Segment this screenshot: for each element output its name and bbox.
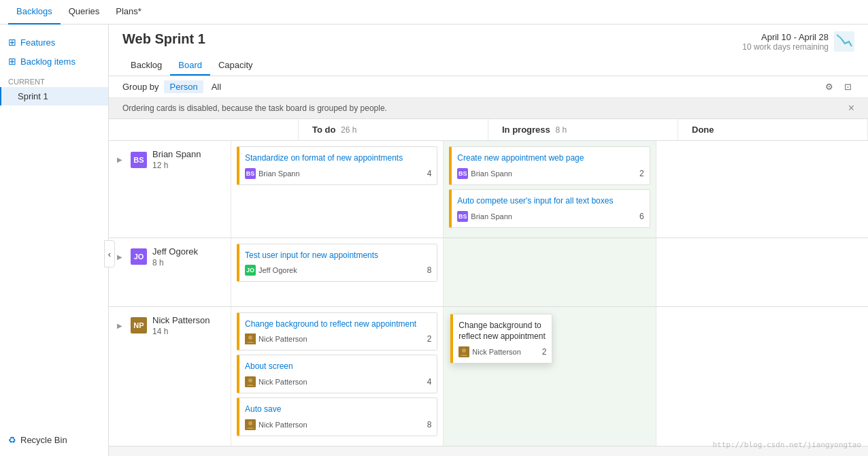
- toolbar: Group by Person All ⚙ ⊡: [109, 76, 868, 98]
- col-inprogress-jeff: [444, 238, 656, 306]
- col-inprogress-label: In progress: [502, 125, 550, 135]
- dragging-card-points: 2: [542, 347, 547, 357]
- person-name-nick: Nick Patterson: [152, 315, 210, 325]
- person-hours-brian: 12 h: [152, 161, 201, 170]
- expand-brian-icon[interactable]: ▶: [117, 156, 122, 163]
- card-standardize-avatar: BS: [245, 168, 256, 179]
- swimlane-jeff: ▶ JO Jeff Ogorek 8 h Test user input for…: [109, 238, 868, 307]
- card-change-bg-user: Nick Patterson: [245, 333, 307, 344]
- columns-header: To do 26 h In progress 8 h Done: [109, 119, 868, 141]
- card-create-appointment-title: Create new appointment web page: [457, 152, 644, 164]
- card-autocomplete[interactable]: Auto compete user's input for all text b…: [449, 189, 650, 228]
- card-test-user-input[interactable]: Test user input for new appointments JO …: [237, 244, 437, 282]
- tab-backlog[interactable]: Backlog: [122, 56, 170, 76]
- swimlane-nick: ▶ NP Nick Patterson 14 h Change backgrou…: [109, 307, 868, 446]
- col-todo-label: To do: [312, 125, 335, 135]
- svg-point-6: [248, 421, 252, 425]
- date-info: April 10 - April 28 10 work days remaini…: [742, 31, 854, 52]
- expand-icon[interactable]: ⊡: [841, 80, 854, 93]
- sidebar-current-label: Current: [0, 74, 108, 87]
- card-about-screen-user: Nick Patterson: [245, 376, 307, 387]
- col-todo-jeff: Test user input for new appointments JO …: [231, 238, 444, 306]
- sidebar-collapse[interactable]: ‹: [104, 240, 115, 267]
- settings-icon[interactable]: ⚙: [822, 80, 836, 93]
- card-change-background[interactable]: Change background to reflect new appoint…: [237, 312, 437, 351]
- card-create-appointment[interactable]: Create new appointment web page BS Brian…: [449, 146, 650, 185]
- dragging-card-username: Nick Patterson: [472, 348, 521, 356]
- col-header-todo: To do 26 h: [299, 119, 488, 140]
- col-inprogress-nick: Change background to reflect new appoint…: [444, 307, 656, 446]
- card-autocomplete-points: 6: [639, 212, 644, 221]
- swimlane-brian: ▶ BS Brian Spann 12 h Standardize on for…: [109, 141, 868, 238]
- avatar-jeff: JO: [131, 248, 147, 265]
- top-nav: Backlogs Queries Plans*: [0, 0, 868, 25]
- person-name-jeff: Jeff Ogorek: [152, 246, 198, 257]
- col-done-nick: [656, 307, 868, 446]
- card-nick-points-3: 8: [427, 420, 432, 429]
- card-autocomplete-avatar: BS: [457, 211, 468, 222]
- avatar-nick: NP: [131, 317, 147, 333]
- burndown-chart-icon[interactable]: [834, 31, 854, 52]
- tab-capacity[interactable]: Capacity: [210, 56, 261, 76]
- card-auto-save-title: Auto save: [245, 404, 431, 415]
- col-done-label: Done: [692, 125, 714, 135]
- svg-point-4: [248, 378, 252, 382]
- col-done-jeff: [656, 238, 868, 306]
- card-autocomplete-username: Brian Spann: [471, 212, 512, 221]
- person-hours-jeff: 8 h: [152, 258, 198, 267]
- nav-backlogs[interactable]: Backlogs: [8, 0, 61, 25]
- card-jeff-username: Jeff Ogorek: [258, 266, 297, 274]
- avatar-brian: BS: [131, 152, 147, 168]
- sprint-title: Web Sprint 1: [122, 31, 205, 47]
- card-standardize[interactable]: Standardize on format of new appointment…: [237, 146, 437, 185]
- person-name-brian: Brian Spann: [152, 149, 201, 159]
- board: To do 26 h In progress 8 h Done ▶ BS: [109, 119, 868, 456]
- col-todo-brian: Standardize on format of new appointment…: [231, 141, 444, 238]
- person-hours-nick: 14 h: [152, 327, 210, 336]
- person-cell-brian: ▶ BS Brian Spann 12 h: [109, 141, 231, 238]
- card-nick-username-2: Nick Patterson: [258, 378, 307, 386]
- header-tabs: Backlog Board Capacity: [122, 56, 854, 76]
- col-header-inprogress: In progress 8 h: [488, 119, 678, 140]
- dragging-card-popup: Change background to reflect new appoint…: [450, 314, 552, 364]
- sidebar-backlog-label: Backlog items: [20, 56, 76, 67]
- main-content: Web Sprint 1 April 10 - April 28 10 work…: [109, 25, 868, 456]
- sidebar-recycle-bin[interactable]: ♻ Recycle Bin: [0, 431, 108, 449]
- group-by-person[interactable]: Person: [164, 80, 203, 93]
- card-jeff-avatar: JO: [245, 265, 256, 276]
- card-nick-points-2: 4: [427, 377, 432, 387]
- card-auto-save-user: Nick Patterson: [245, 419, 307, 430]
- sidebar-item-backlog-items[interactable]: ⊞ Backlog items: [0, 52, 108, 71]
- header: Web Sprint 1 April 10 - April 28 10 work…: [109, 25, 868, 76]
- tab-board[interactable]: Board: [170, 56, 210, 76]
- expand-nick-icon[interactable]: ▶: [117, 322, 122, 329]
- work-days-remaining: 10 work days remaining: [742, 42, 829, 52]
- expand-jeff-icon[interactable]: ▶: [117, 253, 122, 261]
- col-todo-nick: Change background to reflect new appoint…: [231, 307, 444, 446]
- card-about-screen[interactable]: About screen Nick Patterson 4: [237, 355, 437, 393]
- features-icon: ⊞: [8, 37, 16, 48]
- card-create-appointment-user: BS Brian Spann: [457, 168, 512, 179]
- notice-close-button[interactable]: ×: [848, 102, 854, 114]
- sidebar-item-features[interactable]: ⊞ Features: [0, 33, 108, 52]
- col-inprogress-brian: Create new appointment web page BS Brian…: [444, 141, 656, 238]
- card-autocomplete-title: Auto compete user's input for all text b…: [457, 195, 644, 207]
- card-test-user-input-user: JO Jeff Ogorek: [245, 265, 297, 276]
- person-cell-jeff: ▶ JO Jeff Ogorek 8 h: [109, 238, 231, 306]
- sidebar: ‹ ⊞ Features ⊞ Backlog items Current Spr…: [0, 25, 109, 456]
- person-cell-nick: ▶ NP Nick Patterson 14 h: [109, 307, 231, 446]
- group-by-section: Group by Person All: [122, 80, 227, 93]
- dragging-card-title: Change background to reflect new appoint…: [458, 320, 546, 343]
- nav-plans[interactable]: Plans*: [107, 0, 150, 25]
- nav-queries[interactable]: Queries: [61, 0, 108, 25]
- recycle-bin-label: Recycle Bin: [20, 435, 67, 445]
- sidebar-sprint[interactable]: Sprint 1: [0, 87, 108, 105]
- recycle-icon: ♻: [8, 435, 16, 445]
- svg-point-8: [462, 348, 466, 353]
- card-auto-save[interactable]: Auto save Nick Patterson 8: [237, 397, 437, 436]
- card-nick-avatar-3: [245, 419, 256, 430]
- card-nick-username-3: Nick Patterson: [258, 421, 307, 429]
- card-create-appt-avatar: BS: [457, 168, 468, 179]
- dragging-card-user: Nick Patterson: [458, 346, 521, 357]
- group-by-all[interactable]: All: [206, 80, 227, 93]
